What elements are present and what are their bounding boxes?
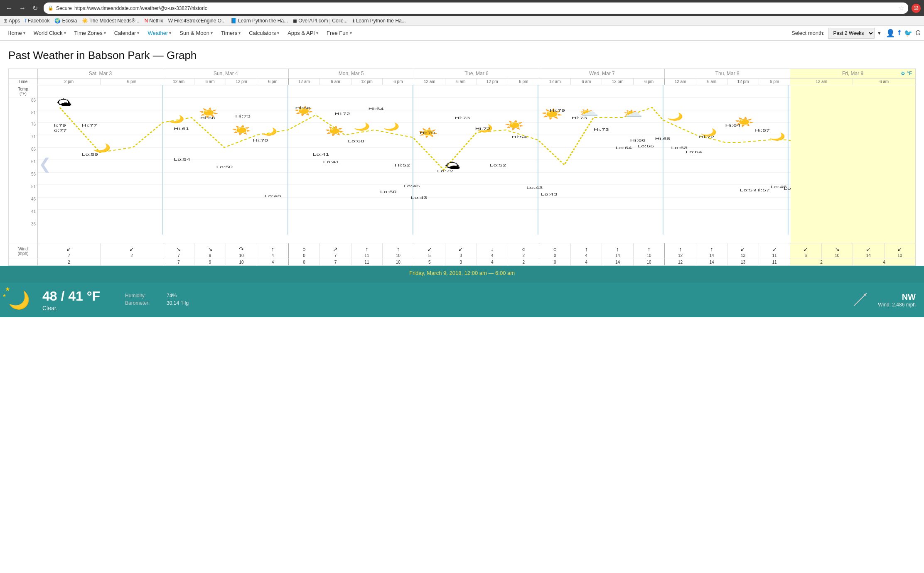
secure-label: Secure <box>56 5 72 11</box>
nav-calculators[interactable]: Calculators ▾ <box>245 26 283 40</box>
temp-86: 86 <box>31 98 36 103</box>
bookmark-file[interactable]: W File:4StrokeEngine O... <box>168 18 226 24</box>
wind-speed-mon-2: 7 <box>334 253 337 258</box>
wind-speed-sun-2: 9 <box>209 253 211 258</box>
wind-speed-sun-3: 10 <box>239 253 243 258</box>
temp-76: 76 <box>31 122 36 127</box>
wind-val-sun-2: 9 <box>194 259 226 265</box>
user-icon[interactable]: 👤 <box>886 29 895 38</box>
label-tue-6: Hi:54 <box>511 135 527 139</box>
wind-speed-fri-3: 14 <box>866 253 871 258</box>
nav-worldclock-label: World Clock <box>34 30 63 36</box>
wind-arrow-fri-1: ↙ <box>803 246 808 252</box>
wind-arrow-sun-3: ↷ <box>239 246 244 252</box>
time-mon-6pm: 6 pm <box>383 78 413 85</box>
bookmark-learnpython2[interactable]: ℹ Learn Python the Ha... <box>353 18 406 24</box>
label-sun-3: Hi:66 <box>200 116 216 120</box>
wind-speed-thu-4: 11 <box>772 253 777 258</box>
wind-fri-4: ↙ 10 <box>885 243 915 259</box>
wind-speed-fri-4: 10 <box>897 253 902 258</box>
nav-sunmoon[interactable]: Sun & Moon ▾ <box>175 26 217 40</box>
wind-arrow-thu-2: ↑ <box>710 246 713 252</box>
bookmark-netflix[interactable]: N Netflix <box>145 18 163 24</box>
bookmark-netflix-label: Netflix <box>149 18 163 24</box>
bookmark-modest[interactable]: ☀️ The Modest Needs®... <box>82 18 139 24</box>
modest-icon: ☀️ <box>82 18 88 24</box>
label-sun-5: Hi:73 <box>235 114 251 118</box>
wind-arrow-fri-4: ↙ <box>897 246 902 252</box>
wind-speed-mon-3: 11 <box>364 253 369 258</box>
label-tue-5: Lo:52 <box>490 163 506 167</box>
label-sun-6: Hi:70 <box>253 138 268 142</box>
wind-arrow-tue-4: ○ <box>522 246 525 252</box>
extension-badge[interactable]: 12 <box>912 4 921 13</box>
temp-66: 66 <box>31 147 36 152</box>
time-tue-12pm: 12 pm <box>477 78 508 85</box>
wind-arrow-tue-2: ↙ <box>458 246 463 252</box>
nav-weather[interactable]: Weather ▾ <box>143 26 175 40</box>
gear-icon[interactable]: ⚙ <box>901 71 905 76</box>
wind-arrow-tue-3: ↓ <box>491 246 494 252</box>
label-fri-1: Lo:41 <box>847 191 863 196</box>
wind-val-sat-2 <box>101 259 163 265</box>
bookmark-overapi-label: OverAPI.com | Colle... <box>298 18 347 24</box>
bookmark-apps[interactable]: ⊞ Apps <box>3 18 20 24</box>
bookmark-star-button[interactable]: ☆ <box>898 4 904 12</box>
secure-icon: 🔒 <box>48 5 54 11</box>
page-content: Past Weather in Babson Park — Graph ⚙ °F… <box>0 41 924 266</box>
bookmark-ecosia[interactable]: 🌍 Ecosia <box>54 18 77 24</box>
wind-arrow-thu-3: ↙ <box>740 246 745 252</box>
star2-icon: ★ <box>2 293 6 298</box>
nav-freefun[interactable]: Free Fun ▾ <box>322 26 356 40</box>
label-tue-1: Hi:70 <box>420 131 435 135</box>
wind-val-sun-3: 10 <box>226 259 257 265</box>
nav-timezones[interactable]: Time Zones ▾ <box>70 26 110 40</box>
nav-worldclock[interactable]: World Clock ▾ <box>29 26 70 40</box>
wind-mon: ○ 0 ↗ 7 ↑ 11 ↑ 10 <box>289 243 414 259</box>
refresh-button[interactable]: ↻ <box>30 3 40 13</box>
wind-tue-3: ↓ 4 <box>477 243 508 259</box>
time-group-mon: 12 am 6 am 12 pm 6 pm <box>289 78 414 85</box>
address-bar[interactable]: 🔒 Secure https://www.timeanddate.com/wea… <box>44 2 908 14</box>
wind-values: 2 7 9 10 4 0 7 11 10 <box>38 259 915 265</box>
time-tue-6pm: 6 pm <box>508 78 539 85</box>
wind-fri-2: ↘ 10 <box>822 243 853 259</box>
day-col-thu: Thu, Mar 8 <box>665 69 790 78</box>
nav-weather-label: Weather <box>147 30 168 36</box>
forward-button[interactable]: → <box>17 3 28 13</box>
day-time-slots: 2 pm 6 pm 12 am 6 am 12 pm 6 pm 12 am 6 … <box>38 78 915 85</box>
nav-calendar[interactable]: Calendar ▾ <box>110 26 144 40</box>
wind-sat-2: ↙ 2 <box>101 243 163 259</box>
wind-arrow-sat-2: ↙ <box>129 246 134 252</box>
google-social-icon[interactable]: G <box>916 29 921 37</box>
days-header: Sat, Mar 3 Sun, Mar 4 Mon, Mar 5 Tue, Ma… <box>38 69 915 78</box>
bookmark-facebook[interactable]: f Facebook <box>25 18 49 24</box>
twitter-social-icon[interactable]: 🐦 <box>904 29 912 37</box>
temperature-chart-svg: 🌤 🌙 🌙 ☀️ ☀️ 🌙 ☀️ ☀️ 🌙 <box>38 85 915 235</box>
facebook-social-icon[interactable]: f <box>898 29 901 37</box>
time-tue-12am: 12 am <box>414 78 445 85</box>
bookmark-learnpython1[interactable]: 📘 Learn Python the Ha... <box>231 18 288 24</box>
wind-val-wed-4: 10 <box>634 259 664 265</box>
wind-val-spacer <box>9 259 38 265</box>
month-select[interactable]: Past 2 Weeks <box>828 28 875 39</box>
wind-direction-area: NW Wind: 2.486 mph <box>852 291 916 309</box>
bookmark-overapi[interactable]: ◼ OverAPI.com | Colle... <box>293 18 347 24</box>
nav-home[interactable]: Home ▾ <box>3 26 29 40</box>
unit-toggle-area[interactable]: ⚙ °F <box>901 71 912 76</box>
wind-wed-2: ↑ 4 <box>571 243 602 259</box>
time-wed-6pm: 6 pm <box>634 78 664 85</box>
label-thu-3: Lo:57 <box>740 188 757 192</box>
label-fri-2: Hi:55 <box>877 167 892 171</box>
nav-timers[interactable]: Timers ▾ <box>217 26 245 40</box>
temp-header: Temp(°F) <box>9 85 37 98</box>
nav-menu: Home ▾ World Clock ▾ Time Zones ▾ Calend… <box>0 26 924 41</box>
back-button[interactable]: ← <box>3 3 15 13</box>
label-thu-2: Hi:64 <box>725 123 740 127</box>
nav-appsapi[interactable]: Apps & API ▾ <box>283 26 322 40</box>
humidity-value: 74% <box>167 293 177 299</box>
wind-val-tue-2: 3 <box>445 259 477 265</box>
wind-mon-4: ↑ 10 <box>383 243 413 259</box>
day-col-sun: Sun, Mar 4 <box>163 69 289 78</box>
label-mon-4: Hi:72 <box>335 112 350 116</box>
